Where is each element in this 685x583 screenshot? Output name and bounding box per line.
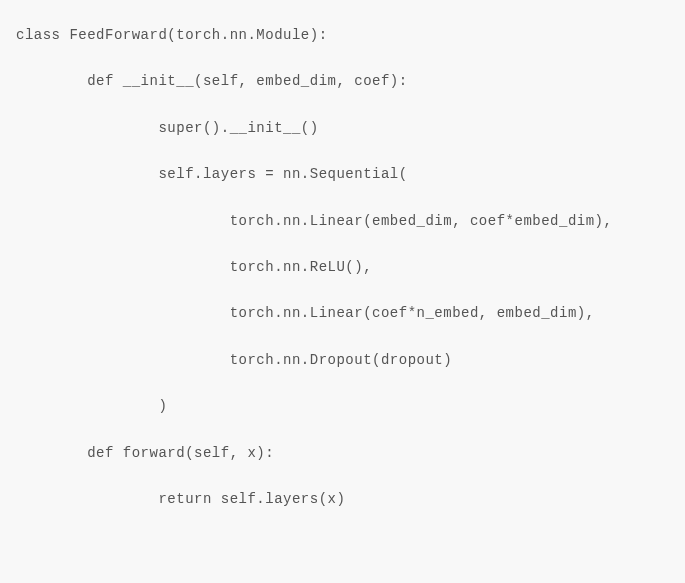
code-line: return self.layers(x) xyxy=(16,488,669,510)
code-line: def forward(self, x): xyxy=(16,442,669,464)
code-line: class FeedForward(torch.nn.Module): xyxy=(16,24,669,46)
code-line: ) xyxy=(16,395,669,417)
code-line: torch.nn.Dropout(dropout) xyxy=(16,349,669,371)
code-block: class FeedForward(torch.nn.Module): def … xyxy=(16,24,669,510)
code-line: def __init__(self, embed_dim, coef): xyxy=(16,70,669,92)
code-line: torch.nn.Linear(coef*n_embed, embed_dim)… xyxy=(16,302,669,324)
code-line: super().__init__() xyxy=(16,117,669,139)
code-line: self.layers = nn.Sequential( xyxy=(16,163,669,185)
code-line: torch.nn.ReLU(), xyxy=(16,256,669,278)
code-line: torch.nn.Linear(embed_dim, coef*embed_di… xyxy=(16,210,669,232)
